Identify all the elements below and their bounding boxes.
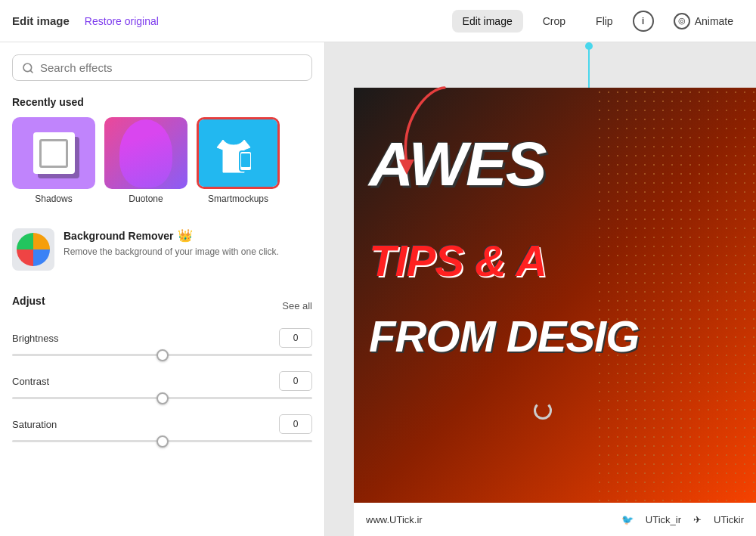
tips-text: TIPS & A [369, 235, 547, 286]
panel-divider [325, 42, 331, 536]
effect-shadows[interactable]: Shadows [12, 117, 95, 204]
tab-animate[interactable]: ◎ Animate [663, 8, 744, 35]
main-layout: Recently used Shadows [0, 42, 756, 536]
saturation-value[interactable]: 0 [279, 414, 312, 434]
smartmockups-thumb [197, 117, 280, 189]
bg-remover-text: Background Remover 👑 Remove the backgrou… [64, 228, 279, 259]
telegram-icon: ✈ [693, 514, 702, 525]
tab-edit-image[interactable]: Edit image [452, 10, 523, 33]
left-panel: Recently used Shadows [0, 42, 325, 536]
saturation-slider-track[interactable] [12, 440, 312, 442]
footer-social: 🐦 UTick_ir ✈ UTickir [621, 514, 744, 525]
saturation-slider-thumb[interactable] [156, 435, 169, 448]
contrast-label: Contrast [12, 376, 49, 387]
duotone-label: Duotone [129, 194, 163, 204]
from-text: FROM DESIG [369, 311, 639, 361]
social2-text: UTickir [714, 514, 744, 525]
brightness-label: Brightness [12, 333, 58, 344]
bg-remover-title: Background Remover 👑 [64, 228, 279, 243]
footer-url: www.UTick.ir [366, 514, 423, 525]
search-icon [22, 62, 34, 74]
brightness-value[interactable]: 0 [279, 328, 312, 348]
brightness-slider-thumb[interactable] [156, 349, 169, 361]
saturation-label: Saturation [12, 419, 57, 430]
contrast-slider-thumb[interactable] [156, 392, 169, 404]
tab-crop[interactable]: Crop [532, 10, 576, 33]
top-bar: Edit image Restore original Edit image C… [0, 0, 756, 42]
shadows-thumb [12, 117, 95, 189]
social1-text: UTick_ir [646, 514, 681, 525]
panel-title: Edit image [12, 14, 70, 27]
brightness-slider-track[interactable] [12, 354, 312, 356]
tab-flip[interactable]: Flip [585, 10, 624, 33]
footer-bar: www.UTick.ir 🐦 UTick_ir ✈ UTickir [354, 503, 756, 536]
bg-remover-thumb [12, 228, 54, 271]
animate-circle-icon: ◎ [674, 13, 690, 29]
red-arrow [376, 80, 467, 181]
search-input[interactable] [40, 61, 302, 74]
smartmockups-label: Smartmockups [208, 194, 268, 204]
info-icon[interactable]: i [633, 11, 654, 32]
contrast-slider-track[interactable] [12, 397, 312, 399]
shadows-label: Shadows [35, 194, 72, 204]
refresh-icon [534, 401, 552, 420]
effect-smartmockups[interactable]: Smartmockups [197, 117, 280, 204]
effects-grid: Shadows Duotone [12, 117, 312, 204]
adjust-title: Adjust [12, 295, 45, 307]
see-all-button[interactable]: See all [282, 300, 312, 311]
search-box[interactable] [12, 54, 312, 81]
bg-remover-section[interactable]: Background Remover 👑 Remove the backgrou… [12, 222, 312, 277]
restore-original-button[interactable]: Restore original [85, 15, 159, 27]
svg-line-1 [30, 70, 33, 73]
duotone-thumb [104, 117, 187, 189]
canvas-area: AWES TIPS & A FROM DESIG www.UTick.ir 🐦 … [331, 42, 756, 536]
crop-handle-dot[interactable] [585, 42, 593, 50]
contrast-row: Contrast 0 [12, 371, 312, 399]
twitter-icon: 🐦 [621, 514, 634, 525]
contrast-value[interactable]: 0 [279, 371, 312, 391]
crown-icon: 👑 [178, 228, 193, 243]
brightness-row: Brightness 0 [12, 328, 312, 356]
recently-used-label: Recently used [12, 96, 312, 108]
effect-duotone[interactable]: Duotone [104, 117, 187, 204]
saturation-row: Saturation 0 [12, 414, 312, 442]
bg-remover-desc: Remove the background of your image with… [64, 246, 279, 259]
svg-marker-4 [399, 160, 414, 175]
tshirt-icon [215, 129, 261, 178]
svg-rect-3 [241, 153, 250, 167]
adjust-header: Adjust See all [12, 295, 312, 316]
